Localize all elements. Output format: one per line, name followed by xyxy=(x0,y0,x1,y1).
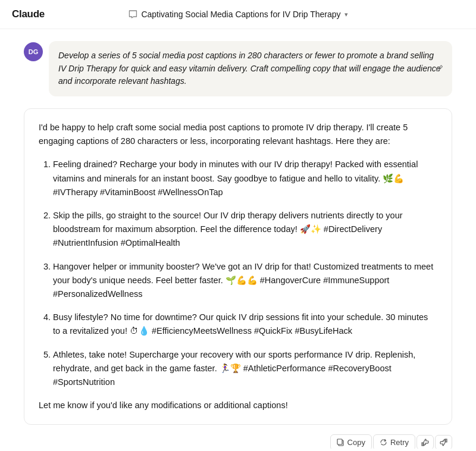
user-message-text: Develop a series of 5 social media post … xyxy=(58,49,443,88)
chevron-down-icon: ▾ xyxy=(345,11,348,18)
list-item-text: Busy lifestyle? No time for downtime? Ou… xyxy=(53,312,428,336)
response-actions: Copy Retry xyxy=(24,434,452,449)
list-item-text: Feeling drained? Recharge your body in m… xyxy=(53,159,418,196)
list-item-text: Skip the pills, go straight to the sourc… xyxy=(53,211,403,248)
header: Claude Captivating Social Media Captions… xyxy=(0,0,476,29)
thumbs-down-button[interactable] xyxy=(435,435,452,449)
list-item-text: Hangover helper or immunity booster? We'… xyxy=(53,262,433,299)
response-list: Feeling drained? Recharge your body in m… xyxy=(39,158,437,389)
thumbs-up-icon xyxy=(421,439,429,446)
svg-rect-1 xyxy=(337,439,342,444)
retry-icon xyxy=(380,439,387,446)
copy-icon xyxy=(337,439,345,446)
ai-response-bubble: I'd be happy to help craft some social m… xyxy=(24,108,452,425)
list-item: Athletes, take note! Supercharge your re… xyxy=(53,348,437,390)
user-message-bubble: Develop a series of 5 social media post … xyxy=(49,41,452,96)
thumbs-down-icon xyxy=(440,439,447,446)
app-logo: Claude xyxy=(12,8,45,20)
copy-button[interactable]: Copy xyxy=(330,434,372,449)
avatar: DG xyxy=(24,42,43,61)
list-item-text: Athletes, take note! Supercharge your re… xyxy=(53,350,415,387)
retry-label: Retry xyxy=(390,438,409,447)
edit-icon xyxy=(436,64,444,72)
response-closing: Let me know if you'd like any modificati… xyxy=(39,399,437,412)
main-content: DG Develop a series of 5 social media po… xyxy=(0,29,476,449)
thumbs-up-button[interactable] xyxy=(416,435,434,449)
chat-icon xyxy=(128,10,137,19)
list-item: Hangover helper or immunity booster? We'… xyxy=(53,260,437,302)
user-message: DG Develop a series of 5 social media po… xyxy=(24,41,452,96)
copy-label: Copy xyxy=(347,438,365,447)
title-text: Captivating Social Media Captions for IV… xyxy=(141,10,340,19)
footer: ✳ Claude can make mistakes. Please doubl… xyxy=(0,449,476,451)
response-intro: I'd be happy to help craft some social m… xyxy=(39,121,437,148)
retry-button[interactable]: Retry xyxy=(373,434,415,449)
conversation-title[interactable]: Captivating Social Media Captions for IV… xyxy=(128,10,347,19)
list-item: Skip the pills, go straight to the sourc… xyxy=(53,209,437,250)
list-item: Feeling drained? Recharge your body in m… xyxy=(53,158,437,199)
list-item: Busy lifestyle? No time for downtime? Ou… xyxy=(53,311,437,338)
edit-message-button[interactable] xyxy=(433,61,446,76)
